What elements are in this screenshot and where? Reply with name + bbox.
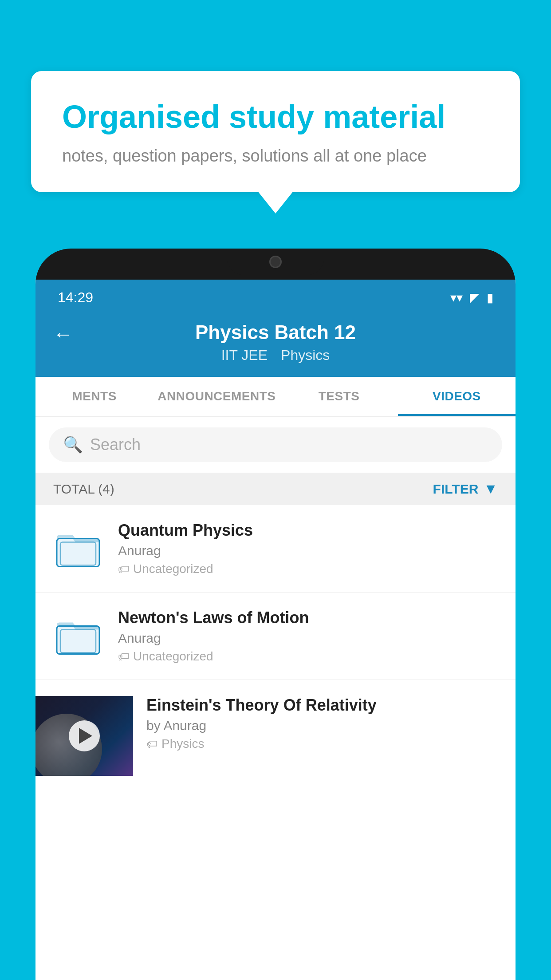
bubble-title: Organised study material xyxy=(62,98,489,136)
tab-announcements[interactable]: ANNOUNCEMENTS xyxy=(153,377,280,416)
search-placeholder: Search xyxy=(90,435,141,454)
video-author-1: Anurag xyxy=(118,631,500,646)
play-triangle-icon xyxy=(79,728,92,744)
filter-button[interactable]: FILTER ▼ xyxy=(433,481,498,497)
speech-bubble: Organised study material notes, question… xyxy=(31,71,520,192)
folder-thumb-0 xyxy=(51,522,105,575)
header-tag-iitjee: IIT JEE xyxy=(221,347,268,364)
tag-icon-2: 🏷 xyxy=(146,737,158,751)
camera xyxy=(269,256,282,268)
header-title: Physics Batch 12 xyxy=(195,321,356,344)
speech-bubble-wrapper: Organised study material notes, question… xyxy=(31,71,520,213)
svg-rect-0 xyxy=(57,539,99,567)
play-button[interactable] xyxy=(69,720,100,751)
video-info-0: Quantum Physics Anurag 🏷 Uncategorized xyxy=(118,521,500,576)
folder-icon xyxy=(56,616,100,656)
app-header: ← Physics Batch 12 IIT JEE Physics xyxy=(35,311,516,377)
folder-icon xyxy=(56,529,100,569)
phone-content: 14:29 ▾▾ ◤ ▮ ← Physics Batch 12 IIT JEE … xyxy=(35,280,516,980)
bubble-subtitle: notes, question papers, solutions all at… xyxy=(62,146,489,166)
video-title-0: Quantum Physics xyxy=(118,521,500,540)
video-tag-row-1: 🏷 Uncategorized xyxy=(118,649,500,664)
play-overlay xyxy=(35,696,133,776)
tab-videos[interactable]: VIDEOS xyxy=(398,377,516,416)
tag-icon-1: 🏷 xyxy=(118,650,130,664)
header-tags: IIT JEE Physics xyxy=(221,347,330,364)
status-time: 14:29 xyxy=(58,289,93,306)
list-item[interactable]: Einstein's Theory Of Relativity by Anura… xyxy=(35,680,516,792)
status-bar: 14:29 ▾▾ ◤ ▮ xyxy=(35,280,516,311)
phone-frame: 14:29 ▾▾ ◤ ▮ ← Physics Batch 12 IIT JEE … xyxy=(35,249,516,980)
video-thumbnail-2 xyxy=(35,696,133,776)
header-tag-physics: Physics xyxy=(281,347,330,364)
filter-label: FILTER xyxy=(433,482,479,497)
video-info-2: Einstein's Theory Of Relativity by Anura… xyxy=(133,696,516,751)
bubble-arrow xyxy=(258,191,293,213)
search-icon: 🔍 xyxy=(63,435,83,454)
filter-funnel-icon: ▼ xyxy=(484,481,498,497)
video-author-0: Anurag xyxy=(118,543,500,558)
tabs-bar: MENTS ANNOUNCEMENTS TESTS VIDEOS xyxy=(35,377,516,417)
list-item[interactable]: Newton's Laws of Motion Anurag 🏷 Uncateg… xyxy=(35,593,516,680)
list-item[interactable]: Quantum Physics Anurag 🏷 Uncategorized xyxy=(35,505,516,593)
video-list: Quantum Physics Anurag 🏷 Uncategorized xyxy=(35,505,516,792)
back-button[interactable]: ← xyxy=(53,323,73,345)
video-author-prefix-2: by Anurag xyxy=(146,718,502,733)
phone-notch xyxy=(227,249,324,275)
wifi-icon: ▾▾ xyxy=(450,290,463,305)
tab-ments[interactable]: MENTS xyxy=(35,377,153,416)
tag-icon-0: 🏷 xyxy=(118,562,130,576)
video-title-1: Newton's Laws of Motion xyxy=(118,609,500,627)
svg-rect-2 xyxy=(57,626,99,654)
video-tag-row-2: 🏷 Physics xyxy=(146,737,502,751)
total-count: TOTAL (4) xyxy=(53,482,114,497)
folder-thumb-1 xyxy=(51,609,105,663)
video-tag-0: Uncategorized xyxy=(133,562,213,576)
video-tag-row-0: 🏷 Uncategorized xyxy=(118,562,500,576)
video-tag-1: Uncategorized xyxy=(133,649,213,664)
tab-tests[interactable]: TESTS xyxy=(280,377,398,416)
signal-icon: ◤ xyxy=(470,290,480,305)
battery-icon: ▮ xyxy=(487,290,493,305)
search-bar[interactable]: 🔍 Search xyxy=(49,427,502,462)
video-tag-2: Physics xyxy=(161,737,204,751)
video-info-1: Newton's Laws of Motion Anurag 🏷 Uncateg… xyxy=(118,609,500,664)
filter-bar: TOTAL (4) FILTER ▼ xyxy=(35,473,516,505)
video-title-2: Einstein's Theory Of Relativity xyxy=(146,696,502,715)
status-icons: ▾▾ ◤ ▮ xyxy=(450,290,493,305)
